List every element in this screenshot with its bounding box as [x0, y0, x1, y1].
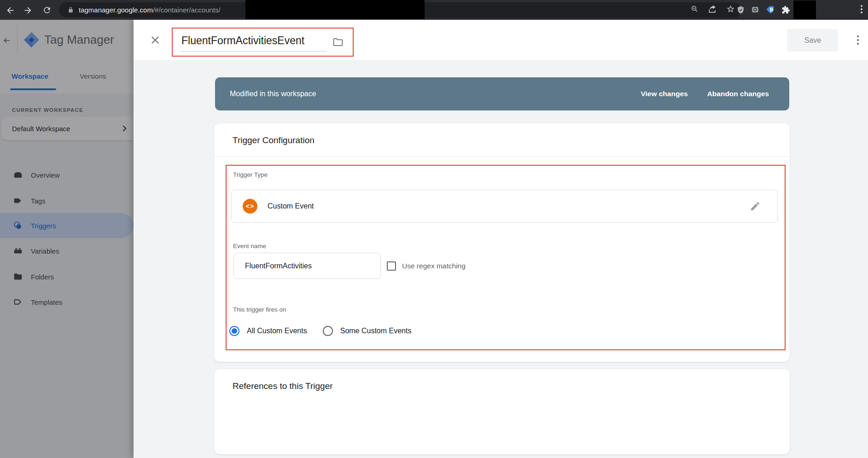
screen: tagmanager.google.com/#/container/accoun… — [0, 0, 868, 458]
trigger-name-annotation-box: FluentFormActivitiesEvent — [172, 28, 354, 57]
regex-option: Use regex matching — [387, 253, 466, 279]
trigger-configuration-heading: Trigger Configuration — [233, 135, 315, 145]
event-name-input[interactable]: FluentFormActivities — [233, 253, 381, 279]
profile-redaction-box — [793, 0, 816, 19]
address-bar-actions — [690, 2, 735, 17]
editor-header: FluentFormActivitiesEvent Save — [134, 20, 868, 60]
puzzle-extension-icon[interactable] — [780, 4, 791, 15]
dim-overlay — [0, 20, 134, 458]
trigger-editor-panel: FluentFormActivitiesEvent Save Modified … — [134, 20, 868, 458]
lock-icon[interactable] — [67, 6, 74, 13]
url-domain: tagmanager.google.com — [79, 6, 153, 14]
references-heading: References to this Trigger — [233, 381, 333, 391]
overflow-menu-icon[interactable] — [854, 34, 862, 46]
radio-all-custom-events[interactable] — [229, 326, 239, 336]
trigger-type-selector[interactable]: <> Custom Event — [231, 190, 778, 223]
event-name-label: Event name — [233, 243, 266, 249]
code-brackets-icon: <> — [243, 199, 257, 214]
radio-some-label: Some Custom Events — [340, 327, 412, 335]
banner-actions: View changes Abandon changes — [641, 90, 769, 98]
browser-toolbar: tagmanager.google.com/#/container/accoun… — [0, 0, 868, 20]
trigger-type-value: Custom Event — [268, 202, 314, 210]
reload-icon[interactable] — [41, 4, 53, 17]
url-redaction-box — [245, 0, 425, 19]
fires-on-options: All Custom Events Some Custom Events — [229, 326, 411, 336]
fires-on-label: This trigger fires on — [233, 306, 286, 313]
trigger-type-label: Trigger Type — [233, 171, 268, 178]
box-extension-icon[interactable] — [750, 4, 761, 15]
browser-menu-icon[interactable] — [860, 5, 863, 13]
shield-extension-icon[interactable] — [735, 4, 746, 15]
url-path: /#/container/accounts/ — [153, 6, 221, 14]
editor-body: Modified in this workspace View changes … — [134, 60, 868, 458]
zoom-icon[interactable] — [690, 5, 699, 15]
modified-banner: Modified in this workspace View changes … — [215, 77, 789, 110]
close-icon[interactable] — [149, 34, 161, 46]
use-regex-label: Use regex matching — [402, 262, 466, 270]
edit-pencil-icon[interactable] — [750, 201, 761, 212]
share-icon[interactable] — [708, 5, 717, 15]
save-button[interactable]: Save — [787, 29, 838, 52]
bookmark-star-icon[interactable] — [726, 5, 735, 15]
url-text[interactable]: tagmanager.google.com/#/container/accoun… — [79, 6, 221, 14]
trigger-configuration-card: Trigger Configuration Trigger Type <> Cu… — [214, 123, 790, 362]
card-divider — [214, 157, 790, 157]
references-card: References to this Trigger — [214, 369, 790, 454]
trigger-type-annotation-box: Trigger Type <> Custom Event Event name … — [226, 165, 786, 350]
abandon-changes-link[interactable]: Abandon changes — [707, 90, 769, 98]
radio-some-custom-events[interactable] — [323, 326, 333, 336]
banner-message: Modified in this workspace — [230, 90, 316, 98]
forward-icon[interactable] — [21, 4, 34, 17]
view-changes-link[interactable]: View changes — [641, 90, 687, 98]
move-to-folder-icon[interactable] — [332, 36, 344, 48]
radio-all-label: All Custom Events — [247, 327, 307, 335]
tag-assistant-extension-icon[interactable] — [765, 4, 776, 15]
back-icon[interactable] — [4, 4, 17, 17]
trigger-name-input[interactable]: FluentFormActivitiesEvent — [181, 33, 327, 52]
use-regex-checkbox[interactable] — [387, 261, 396, 271]
event-name-value: FluentFormActivities — [245, 262, 312, 270]
gtm-background-page: Tag Manager Workspace Versions CURRENT W… — [0, 20, 134, 458]
